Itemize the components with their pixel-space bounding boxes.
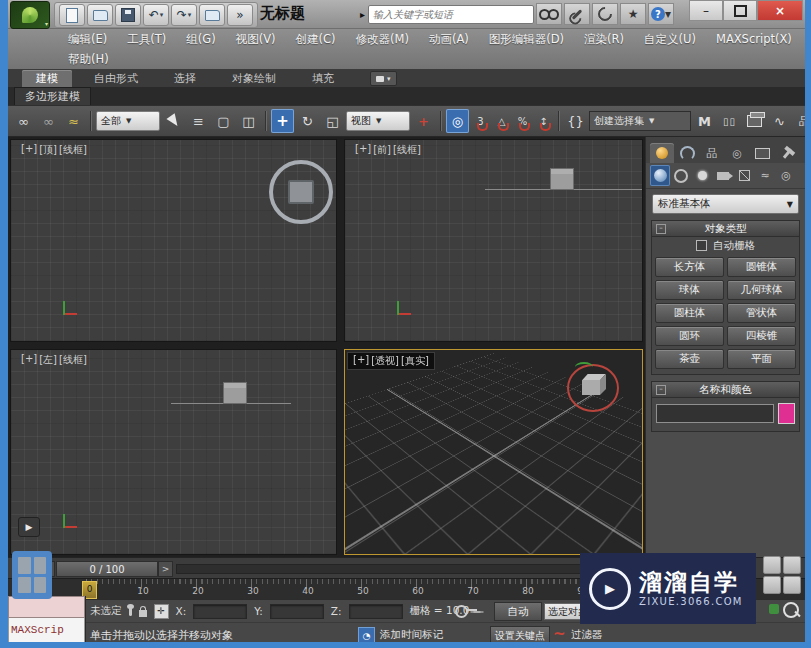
select-and-move-button[interactable]: + — [271, 109, 294, 133]
viewport-menu-plus[interactable]: [+] — [21, 353, 37, 367]
maximize-viewport-button[interactable] — [783, 576, 801, 594]
cylinder-button[interactable]: 圆柱体 — [655, 303, 724, 323]
viewport-perspective-active[interactable]: [+] [透视] [真实] — [344, 349, 643, 555]
new-scene-button[interactable] — [59, 4, 85, 26]
time-tag-icon[interactable]: ◔ — [358, 627, 375, 642]
pyramid-button[interactable]: 四棱锥 — [727, 326, 796, 346]
favorites-button[interactable]: ★ — [620, 3, 646, 25]
unlink-selection-button[interactable]: ∞ — [37, 109, 60, 133]
save-file-button[interactable] — [115, 4, 141, 26]
select-and-manipulate-button[interactable]: + — [412, 109, 435, 133]
geosphere-button[interactable]: 几何球体 — [727, 280, 796, 300]
select-and-rotate-button[interactable]: ↻ — [296, 109, 319, 133]
qat-overflow-button[interactable]: » — [227, 4, 253, 26]
plane-button[interactable]: 平面 — [727, 349, 796, 369]
align-button[interactable]: ▯▯ — [718, 109, 741, 133]
viewport-view-label[interactable]: [顶] — [39, 143, 57, 157]
sphere-button[interactable]: 球体 — [655, 280, 724, 300]
polygon-modeling-panel[interactable]: 多边形建模 — [14, 87, 91, 105]
ribbon-tab-freeform[interactable]: 自由形式 — [80, 70, 152, 87]
angle-snap-button[interactable]: △ — [492, 109, 511, 133]
cone-button[interactable]: 圆锥体 — [727, 257, 796, 277]
box-object[interactable] — [550, 168, 574, 190]
viewport-shading-label[interactable]: [线框] — [59, 143, 87, 157]
menu-maxscript[interactable]: MAXScript(X) — [706, 32, 802, 46]
window-panes-icon[interactable] — [12, 551, 52, 599]
torus-button[interactable]: 圆环 — [655, 326, 724, 346]
viewport-view-label[interactable]: [透视] — [371, 354, 399, 368]
selection-filter-dropdown[interactable]: 全部▼ — [96, 111, 160, 131]
object-name-field[interactable] — [656, 404, 774, 423]
named-selection-sets-dropdown[interactable]: 创建选择集▼ — [589, 111, 691, 131]
search-button[interactable] — [536, 3, 562, 25]
menu-rendering[interactable]: 渲染(R) — [574, 32, 634, 47]
search-expand-icon[interactable]: ▸ — [360, 9, 365, 20]
menu-edit[interactable]: 编辑(E) — [58, 32, 117, 47]
systems-button[interactable]: ◎ — [776, 165, 796, 186]
z-coordinate-field[interactable] — [349, 604, 403, 619]
ribbon-tab-selection[interactable]: 选择 — [160, 70, 210, 87]
helpers-button[interactable] — [734, 165, 754, 186]
track-bar-groove[interactable] — [176, 564, 633, 574]
menu-tools[interactable]: 工具(T) — [117, 32, 176, 47]
snaps-toggle-button[interactable]: 3 — [471, 109, 490, 133]
viewport-view-label[interactable]: [左] — [39, 353, 57, 367]
menu-customize[interactable]: 自定义(U) — [634, 32, 706, 47]
y-coordinate-field[interactable] — [270, 604, 324, 619]
window-crossing-button[interactable]: ◫ — [237, 109, 260, 133]
frame-range-indicator[interactable]: 0 / 100 — [56, 561, 158, 577]
primitive-category-dropdown[interactable]: 标准基本体 ▼ — [652, 194, 799, 214]
zoom-all-button[interactable] — [783, 556, 801, 574]
percent-snap-button[interactable]: % — [513, 109, 532, 133]
close-button[interactable]: × — [757, 0, 803, 21]
undo-button[interactable]: ↶▾ — [143, 4, 169, 26]
viewport-view-label[interactable]: [前] — [373, 143, 391, 157]
cameras-button[interactable] — [713, 165, 733, 186]
zoom-region-icon[interactable] — [783, 602, 799, 618]
rectangular-selection-region-button[interactable]: ▢ — [212, 109, 235, 133]
lights-button[interactable] — [692, 165, 712, 186]
menu-help[interactable]: 帮助(H) — [58, 52, 119, 67]
expand-tray-button[interactable]: ▶ — [18, 517, 40, 537]
isolate-selection-icon[interactable] — [769, 604, 779, 614]
tab-modify[interactable] — [675, 143, 699, 163]
lock-icon[interactable] — [139, 610, 147, 617]
maxscript-mini-listener[interactable]: MAXScrip — [8, 596, 86, 642]
viewport-menu-plus[interactable]: [+] — [355, 143, 371, 157]
curve-filter-icon[interactable]: ~ — [553, 625, 566, 642]
use-pivot-center-button[interactable]: ◎ — [446, 109, 469, 133]
viewport-menu-plus[interactable]: [+] — [21, 143, 37, 157]
object-color-swatch[interactable] — [778, 403, 795, 424]
ribbon-tab-object-paint[interactable]: 对象绘制 — [218, 70, 290, 87]
menu-graph-editors[interactable]: 图形编辑器(D) — [479, 32, 574, 47]
rollout-header[interactable]: – 名称和颜色 — [652, 382, 799, 398]
select-by-name-button[interactable]: ≡ — [187, 109, 210, 133]
space-warps-button[interactable]: ≈ — [755, 165, 775, 186]
tab-utilities[interactable] — [775, 143, 799, 163]
tube-button[interactable]: 管状体 — [727, 303, 796, 323]
spinner-snap-button[interactable]: ↕ — [534, 109, 553, 133]
viewport-menu-plus[interactable]: [+] — [353, 354, 369, 368]
minimize-button[interactable]: – — [689, 0, 723, 21]
viewport-front[interactable]: [+] [前] [线框] — [344, 139, 643, 342]
viewport-top[interactable]: [+] [顶] [线框] — [10, 139, 337, 342]
transform-typein-icon[interactable]: ✛ — [154, 604, 169, 619]
viewport-shading-label[interactable]: [真实] — [401, 354, 429, 368]
menu-create[interactable]: 创建(C) — [285, 32, 345, 47]
communication-center-button[interactable] — [592, 3, 618, 25]
maximize-button[interactable] — [723, 0, 757, 21]
shapes-button[interactable] — [671, 165, 691, 186]
select-object-button[interactable] — [162, 109, 185, 133]
tab-display[interactable] — [750, 143, 774, 163]
box-object[interactable] — [582, 380, 600, 395]
ribbon-tab-modeling[interactable]: 建模 — [22, 70, 72, 87]
mirror-button[interactable]: M — [693, 109, 716, 133]
ribbon-tab-populate[interactable]: 填充 — [298, 70, 348, 87]
open-file-button[interactable] — [87, 4, 113, 26]
ribbon-display-toggle[interactable]: ▾ — [370, 71, 397, 86]
geometry-button[interactable] — [650, 165, 670, 186]
tab-motion[interactable]: ◎ — [725, 143, 749, 163]
layer-manager-button[interactable] — [743, 109, 766, 133]
search-input[interactable] — [368, 5, 534, 24]
viewport-shading-label[interactable]: [线框] — [59, 353, 87, 367]
